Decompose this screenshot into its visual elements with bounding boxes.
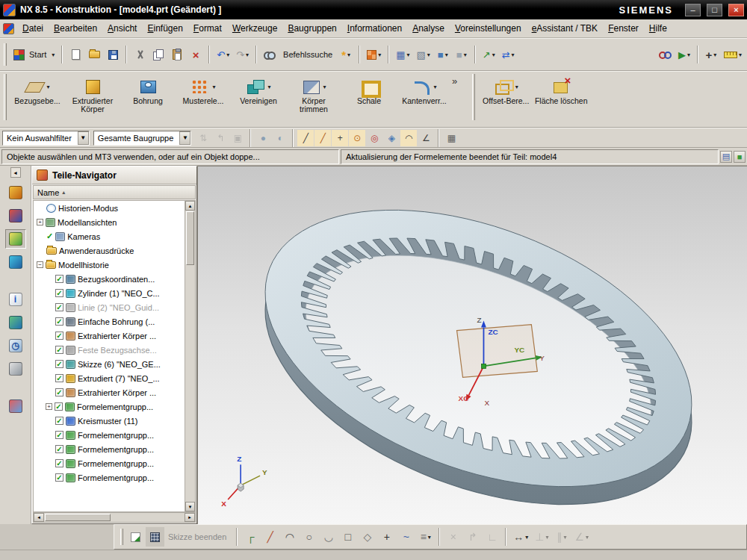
select-previous-button[interactable]: ↰ xyxy=(212,130,229,146)
menu-fenster[interactable]: Fenster xyxy=(603,21,644,36)
shaded-sphere-button[interactable]: ● xyxy=(255,130,271,146)
minimize-button[interactable]: – xyxy=(685,4,701,16)
swap-view-button[interactable]: ⇄▾ xyxy=(499,45,518,64)
half-shade-button[interactable]: ◐ xyxy=(272,130,288,146)
feature-checkbox[interactable]: ✓ xyxy=(55,473,63,482)
make-corner-button[interactable]: ∟ xyxy=(483,527,501,547)
menu-analyse[interactable]: Analyse xyxy=(407,21,450,36)
toolbar-grip[interactable] xyxy=(4,43,7,65)
arc-tool-button[interactable]: ◠ xyxy=(280,527,299,547)
horizontal-scrollbar[interactable]: ◂ ▸ xyxy=(33,512,196,523)
view-popup-button[interactable]: ▾ xyxy=(364,45,384,64)
rectangle-tool-button[interactable]: □ xyxy=(338,527,357,547)
selection-filter-dropdown[interactable]: Kein Auswahlfilter ▼ xyxy=(2,131,90,146)
scrollbar-thumb[interactable] xyxy=(45,514,111,521)
polygon-tool-button[interactable]: ◇ xyxy=(358,527,376,547)
scroll-left-button[interactable]: ◂ xyxy=(34,513,44,522)
tree-expander[interactable]: + xyxy=(46,403,52,410)
cut-button[interactable] xyxy=(131,45,149,64)
constraint-display-button[interactable]: ∥▾ xyxy=(553,527,571,547)
green-status-icon[interactable]: ■ xyxy=(734,151,746,163)
new-button[interactable] xyxy=(66,45,84,64)
snap-existing-point-button[interactable]: ◈ xyxy=(383,130,400,146)
menu-baugruppen[interactable]: Baugruppen xyxy=(282,21,341,36)
menu-einf-gen[interactable]: Einfügen xyxy=(142,21,187,36)
profile-tool-button[interactable]: ┌ xyxy=(241,527,260,547)
tree-item[interactable]: ✓Feste Bezugsachse... xyxy=(34,343,185,357)
redo-button[interactable]: ↷▾ xyxy=(233,45,252,64)
datum-plane-button[interactable]: ▾Bezugsebe... xyxy=(10,74,65,125)
tree-expander[interactable]: + xyxy=(37,219,43,225)
selection-priority-button[interactable]: ⇅ xyxy=(195,130,211,146)
snap-arc-center-button[interactable]: ⊙ xyxy=(349,130,365,146)
vertical-scrollbar[interactable]: ▴ ▾ xyxy=(185,201,195,511)
quick-extend-button[interactable]: ↱ xyxy=(463,527,482,547)
scrollbar-track[interactable] xyxy=(111,513,185,522)
tree-item[interactable]: +✓Formelementgrupp... xyxy=(34,399,185,414)
graphics-viewport[interactable]: ZZCYCYXCXZYX xyxy=(197,166,747,524)
scroll-up-button[interactable]: ▴ xyxy=(185,201,195,211)
history-icon[interactable]: ◷ xyxy=(5,336,26,355)
tree-item[interactable]: ✓Formelementgrupp... xyxy=(34,442,185,456)
tree-item[interactable]: ✓Extrudiert (7) "NEO_... xyxy=(34,371,185,385)
scroll-down-button[interactable]: ▾ xyxy=(185,502,195,511)
feature-checkbox[interactable]: ✓ xyxy=(55,374,63,382)
selection-scope-dropdown[interactable]: Gesamte Baugruppe ▼ xyxy=(93,131,192,146)
visualize-button[interactable]: ▶▾ xyxy=(675,45,693,64)
tree-item[interactable]: ✓Kreismuster (11) xyxy=(34,414,185,428)
paste-button[interactable] xyxy=(168,45,186,64)
trim-body-button[interactable]: ▾Körper trimmen xyxy=(286,74,341,125)
tree-item[interactable]: Historien-Modus xyxy=(34,201,185,215)
feature-checkbox[interactable]: ✓ xyxy=(55,417,63,425)
tree-item[interactable]: −Modellhistorie xyxy=(34,258,185,272)
tree-item[interactable]: ✓Extrahierter Körper ... xyxy=(34,329,185,343)
scrollbar-track[interactable] xyxy=(185,266,195,502)
auto-dimension-button[interactable]: ∠▾ xyxy=(572,527,592,547)
feature-checkbox[interactable]: ✓ xyxy=(55,459,63,467)
feature-checkbox[interactable]: ✓ xyxy=(55,346,63,354)
feature-checkbox[interactable]: ✓ xyxy=(55,289,63,297)
tree-item[interactable]: ✓Formelementgrupp... xyxy=(34,470,185,485)
menu-ansicht[interactable]: Ansicht xyxy=(102,21,142,36)
menu-eassistant-tbk[interactable]: eAssistant / TBK xyxy=(527,21,604,36)
feature-checkbox[interactable]: ✓ xyxy=(55,275,63,283)
feature-checkbox[interactable]: ✓ xyxy=(55,303,63,311)
finish-sketch-button[interactable] xyxy=(146,527,164,547)
process-studio-icon[interactable] xyxy=(5,359,26,379)
chevron-down-icon[interactable]: ▼ xyxy=(78,131,89,145)
tree-item[interactable]: ✓Skizze (6) "NEO_GE... xyxy=(34,357,185,371)
menu-datei[interactable]: Datei xyxy=(17,21,49,36)
menu-format[interactable]: Format xyxy=(188,21,227,36)
hd3d-tools-icon[interactable]: i xyxy=(5,290,26,309)
sketch-name-icon[interactable] xyxy=(126,527,145,547)
multi-select-button[interactable]: ▣ xyxy=(229,130,246,146)
delete-button[interactable]: × xyxy=(187,45,205,64)
snap-angle-button[interactable]: ∠ xyxy=(418,130,434,146)
offset-region-button[interactable]: ▾Offset-Bere... xyxy=(478,74,533,125)
snap-midpoint-button[interactable]: ╱ xyxy=(314,130,331,146)
menu-hilfe[interactable]: Hilfe xyxy=(644,21,672,36)
open-button[interactable] xyxy=(85,45,103,64)
fillet-tool-button[interactable]: ◡ xyxy=(319,527,338,547)
circle-tool-button[interactable]: ○ xyxy=(300,527,318,547)
pattern-feature-button[interactable]: ▾Musterele... xyxy=(176,74,231,125)
assembly-navigator-icon[interactable] xyxy=(5,183,26,202)
tree-expander[interactable]: − xyxy=(37,261,43,268)
show-hide-button[interactable]: ↗▾ xyxy=(480,45,498,64)
tree-item[interactable]: ✓Kameras xyxy=(34,229,185,243)
hole-button[interactable]: Bohrung xyxy=(120,74,176,125)
menu-werkzeuge[interactable]: Werkzeuge xyxy=(227,21,282,36)
edge-blend-button[interactable]: ▾Kantenverr... xyxy=(397,74,452,125)
feature-checkbox[interactable]: ✓ xyxy=(55,360,63,368)
menu-bearbeiten[interactable]: Bearbeiten xyxy=(49,21,102,36)
toolbar-grip[interactable] xyxy=(472,74,475,120)
tree-item[interactable]: ✓Zylinder (1) "NEO_C... xyxy=(34,286,185,300)
copy-button[interactable] xyxy=(149,45,167,64)
snap-point-settings-button[interactable]: +▾ xyxy=(702,45,720,64)
constraint-navigator-icon[interactable] xyxy=(5,206,26,225)
snap-quadrant-button[interactable]: ◎ xyxy=(366,130,382,146)
tree-item[interactable]: Anwenderausdrücke xyxy=(34,243,185,258)
render-style-button[interactable]: ■▾ xyxy=(434,45,452,64)
snap-endpoint-button[interactable]: ╱ xyxy=(297,130,314,146)
save-button[interactable] xyxy=(104,45,122,64)
